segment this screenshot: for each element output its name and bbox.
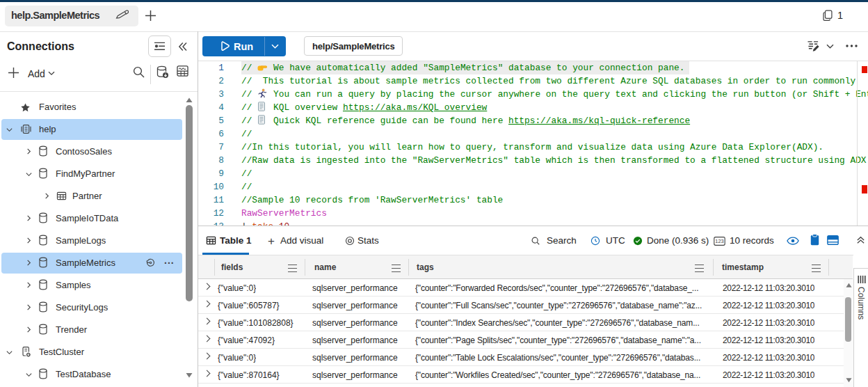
svg-text:123: 123 [715,238,723,244]
